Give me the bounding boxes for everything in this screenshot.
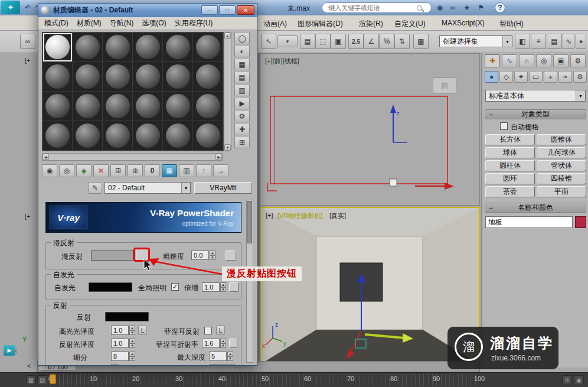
object-color-swatch[interactable] [575, 216, 586, 228]
sample-hscrollbar[interactable]: ◀ ▶ [42, 153, 223, 161]
selection-set-caret-icon[interactable]: ▼ [502, 36, 512, 47]
subtab-lights[interactable]: ✦ [514, 71, 528, 83]
params-scroll-thumb[interactable] [247, 201, 252, 243]
percent-snap-button[interactable]: % [379, 34, 394, 49]
go-forward-sibling-button[interactable]: → [213, 164, 228, 177]
put-material-to-scene-button[interactable]: ◎ [59, 164, 74, 177]
timeline-ruler[interactable]: ▦ ▤ 0 10 20 30 40 50 60 70 80 90 100 ⊕ ◉ [0, 372, 588, 387]
rollout-object-type[interactable]: − 对象类型 [485, 109, 586, 119]
med-menu-options[interactable]: 选项(O) [142, 18, 166, 28]
subdivs-spinner[interactable]: 8 ▲▼ [111, 352, 135, 361]
material-slot[interactable] [103, 121, 133, 151]
viewport-persp-label-camera[interactable]: [VR物理摄影机] [277, 212, 322, 220]
interpolation-checkbox[interactable] [111, 365, 119, 366]
material-id-channel-button[interactable]: 0 [145, 164, 160, 177]
snap-toggle-button[interactable]: 2.5 [348, 34, 364, 49]
menu-maxscript[interactable]: MAXScript(X) [438, 18, 488, 28]
object-name-field[interactable]: 地板 [485, 216, 573, 228]
sample-uv-tiling-button[interactable]: ▤ [234, 71, 250, 83]
material-name-dropdown[interactable]: 02 - Default ▼ [104, 182, 191, 194]
material-slot[interactable] [73, 62, 103, 92]
selection-filter-dropdown[interactable]: ▼ [277, 35, 298, 47]
maxdepth-spinner[interactable]: 5 ▲▼ [209, 352, 233, 361]
favorites-star-icon[interactable]: ★ [462, 2, 472, 13]
med-menu-modes[interactable]: 模式(D) [44, 18, 68, 28]
scroll-right-icon[interactable]: ▶ [215, 154, 222, 160]
mini-curve-editor-button[interactable]: ▦ [26, 375, 36, 385]
material-slot-selected[interactable] [43, 32, 73, 62]
menu-customize[interactable]: 自定义(U) [391, 18, 429, 30]
render-button[interactable]: ● [576, 34, 586, 49]
primitive-category-caret-icon[interactable]: ▼ [576, 90, 585, 101]
material-slot[interactable] [133, 121, 163, 151]
med-menu-material[interactable]: 材质(M) [77, 18, 102, 28]
menu-help[interactable]: 帮助(H) [496, 18, 527, 30]
object-button-cone[interactable]: 圆锥体 [537, 134, 586, 145]
align-button[interactable]: ≡ [531, 34, 546, 49]
go-to-parent-button[interactable]: ↑ [196, 164, 211, 177]
left-viewport-label-fragment-top[interactable]: [+ [25, 57, 30, 64]
left-viewport-label-fragment-bottom[interactable]: [+ [25, 213, 30, 220]
feedback-flag-icon[interactable]: ⚑ [476, 2, 486, 13]
subtab-shapes[interactable]: ◇ [499, 71, 513, 83]
material-slot[interactable] [193, 62, 223, 92]
gi-checkbox[interactable]: ✓ [171, 283, 179, 291]
material-slot[interactable] [193, 32, 223, 62]
layer-manager-button[interactable]: ▤ [547, 34, 562, 49]
material-slot[interactable] [193, 121, 223, 151]
subtab-geometry[interactable]: ● [485, 71, 498, 83]
diffuse-color-swatch[interactable] [91, 251, 133, 261]
scroll-left-icon[interactable]: ◀ [43, 154, 49, 160]
object-button-cylinder[interactable]: 圆柱体 [485, 160, 535, 171]
scroll-up-icon[interactable]: ▲ [224, 32, 231, 39]
material-slot[interactable] [73, 92, 103, 121]
object-button-teapot[interactable]: 茶壶 [485, 186, 535, 197]
material-map-navigator-button[interactable]: ⊞ [234, 136, 250, 148]
selfillum-map-button[interactable] [229, 282, 239, 292]
ior-map-button[interactable] [229, 339, 237, 348]
background-button[interactable]: ▦ [234, 58, 250, 70]
select-object-button[interactable]: ↖ [261, 34, 276, 49]
tab-utilities[interactable]: ⚙ [570, 54, 586, 67]
close-button[interactable]: ✕ [237, 5, 254, 15]
search-icon[interactable] [417, 5, 422, 11]
rglossiness-spinner[interactable]: 1.0 ▲▼ [111, 339, 135, 348]
autogrid-checkbox[interactable] [500, 122, 508, 130]
material-slot[interactable] [103, 62, 133, 92]
selection-set-dropdown[interactable]: 创建选择集 ▼ [439, 35, 512, 47]
search-communities-icon[interactable]: ◉ [435, 2, 445, 13]
viewport-persp-label-suffix[interactable]: [真实] [329, 212, 346, 220]
material-slot[interactable] [163, 62, 193, 92]
tab-create[interactable]: ✚ [485, 54, 500, 67]
material-slot[interactable] [163, 92, 193, 121]
get-material-button[interactable]: ◉ [42, 164, 57, 177]
object-button-tube[interactable]: 管状体 [537, 160, 586, 171]
sample-type-button[interactable]: ◯ [234, 32, 250, 44]
curve-editor-button[interactable]: ∿ [563, 34, 574, 49]
menu-rendering[interactable]: 渲染(R) [355, 18, 387, 30]
show-map-in-viewport-button[interactable]: ▦ [162, 164, 177, 177]
options-button[interactable]: ⚙ [234, 110, 250, 122]
mirror-button[interactable]: ◧ [515, 34, 530, 49]
pick-material-eyedropper[interactable]: ✎ [88, 182, 102, 194]
subtab-cameras[interactable]: ▭ [529, 71, 543, 83]
params-scrollbar[interactable] [246, 200, 253, 363]
angle-snap-button[interactable]: ∠ [364, 34, 379, 49]
object-button-pyramid[interactable]: 四棱锥 [537, 173, 586, 184]
selfillum-color-swatch[interactable] [89, 282, 132, 292]
reset-map-button[interactable]: ✕ [93, 164, 109, 177]
tab-motion[interactable]: ◎ [536, 54, 551, 67]
subtab-systems[interactable]: ⚙ [573, 71, 587, 83]
viewport-persp-label-prefix[interactable]: [+] [266, 212, 273, 219]
material-name-caret-icon[interactable]: ▼ [181, 183, 190, 193]
scroll-down-icon[interactable]: ▼ [224, 144, 231, 151]
search-input[interactable] [327, 4, 416, 12]
object-button-torus[interactable]: 圆环 [485, 173, 535, 184]
material-slot[interactable] [73, 121, 103, 151]
primitive-category-dropdown[interactable]: 标准基本体 ▼ [485, 90, 586, 102]
ior-spinner[interactable]: 1.6 ▲▼ [202, 339, 226, 348]
rollout-name-color[interactable]: − 名称和颜色 [485, 203, 586, 213]
select-and-link-button[interactable]: ∞ [20, 34, 35, 49]
material-slot[interactable] [133, 62, 163, 92]
hglossiness-lock-button[interactable]: L [138, 326, 147, 335]
